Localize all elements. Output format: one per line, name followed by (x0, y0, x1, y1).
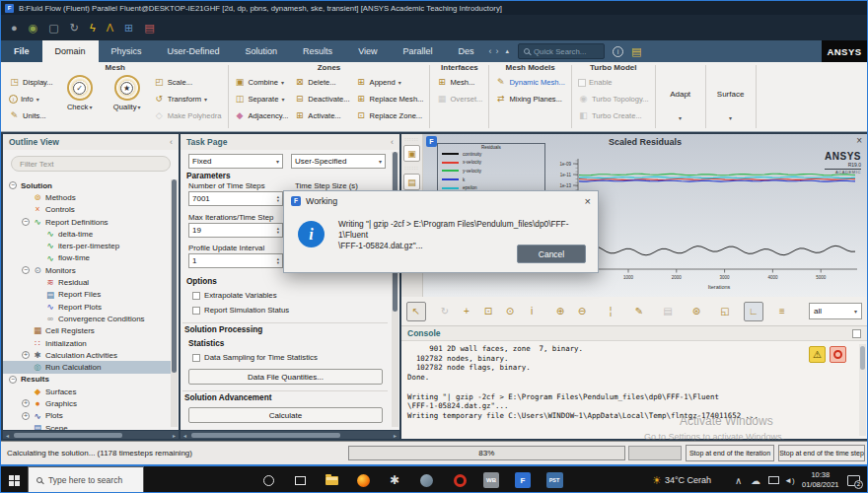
edge-icon[interactable] (413, 466, 439, 493)
orbit-icon[interactable]: ⊛ (687, 302, 706, 321)
tree-item-residual[interactable]: ≋Residual (3, 276, 171, 288)
tree-item-graphics[interactable]: +●Graphics (3, 397, 171, 409)
file-explorer-icon[interactable] (319, 466, 344, 493)
spinner-icons[interactable]: ▴▾ (277, 257, 279, 264)
stop-icon[interactable] (830, 346, 846, 363)
scrollbar-thumb[interactable] (860, 346, 865, 370)
outline-vertical-scrollbar[interactable] (171, 179, 178, 427)
console-menu-icon[interactable] (852, 329, 861, 338)
tree-item-calculation-activities[interactable]: +✱Calculation Activities (3, 349, 171, 361)
task-view-icon[interactable] (287, 466, 313, 493)
tree-item-solution[interactable]: −Solution (3, 179, 171, 191)
sync-icon[interactable]: ↻ (70, 23, 79, 34)
tab-overflow-right-icon[interactable]: › (494, 46, 501, 56)
ribbon-item-combine[interactable]: ▣Combine▾ (233, 74, 291, 91)
tree-item-initialization[interactable]: ∷Initialization (3, 337, 171, 349)
stop-iteration-button[interactable]: Stop at end of the iteration (686, 445, 774, 461)
tree-item-monitors[interactable]: −⊙Monitors (3, 264, 171, 276)
fluent-icon[interactable]: F (510, 466, 536, 493)
tab-physics[interactable]: Physics (99, 40, 155, 62)
quick-search-input[interactable]: Quick Search... (518, 43, 605, 59)
task-page-horizontal-scrollbar[interactable]: ◂ ▸ (181, 431, 399, 439)
ribbon-item-scale[interactable]: ◰Scale... (152, 74, 224, 91)
ribbon-item-replace-mesh[interactable]: ⊞Replace Mesh... (354, 91, 426, 107)
tree-item-results[interactable]: −Results (3, 374, 171, 386)
tab-user-defined[interactable]: User-Defined (155, 40, 233, 62)
ribbon-item-delete[interactable]: ⊠Delete... (292, 74, 351, 91)
tab-domain[interactable]: Domain (42, 40, 99, 62)
scroll-right-icon[interactable]: ▸ (170, 432, 179, 439)
clock-tray-item[interactable]: 10:38 01/08/2021 (802, 466, 839, 493)
max-iterations-input[interactable]: 19 ▴▾ (188, 223, 283, 238)
dialog-title-bar[interactable]: F Working × (284, 191, 598, 210)
magnify-icon[interactable]: ⊙ (500, 302, 520, 321)
time-stepping-method-dropdown[interactable]: Fixed▾ (188, 154, 283, 169)
ribbon-item-dynamic-mesh[interactable]: ✎Dynamic Mesh... (493, 74, 567, 91)
onedrive-cloud-icon[interactable]: ☁ (751, 466, 760, 493)
ribbon-item-activate[interactable]: ⊞Activate... (292, 107, 351, 124)
ribbon-item-mixing-planes[interactable]: ⇄Mixing Planes... (493, 91, 567, 107)
cortana-icon[interactable] (255, 466, 281, 493)
package-icon[interactable]: ▢ (48, 23, 58, 34)
tree-item-surfaces[interactable]: ◆Surfaces (3, 386, 171, 397)
tree-item-delta-time[interactable]: ∿delta-time (3, 228, 171, 240)
collapse-icon[interactable]: − (20, 218, 32, 226)
data-file-quantities-button[interactable]: Data File Quantities... (188, 369, 383, 385)
expand-icon[interactable]: + (20, 351, 32, 359)
ribbon-item-units[interactable]: ✎Units... (7, 107, 55, 124)
scrollbar-thumb[interactable] (191, 433, 340, 438)
task-page-collapse-icon[interactable]: ‹ (391, 137, 394, 147)
taskbar-search-input[interactable]: Type here to search (28, 466, 144, 493)
ribbon-item-deactivate[interactable]: ⊟Deactivate... (292, 91, 351, 107)
tree-item-report-definitions[interactable]: −∿Report Definitions (3, 216, 171, 228)
bolt-icon[interactable]: ϟ (90, 23, 96, 34)
sphere-icon[interactable]: ● (11, 23, 18, 34)
weather-tray-item[interactable]: ☀ 34°C Cerah (652, 466, 711, 493)
ribbon-item-adapt[interactable]: Adapt▾ (660, 74, 701, 129)
volume-icon[interactable]: ◄) (784, 466, 795, 493)
pointer-icon[interactable]: ↖ (406, 302, 426, 321)
tab-des[interactable]: Des (446, 40, 487, 62)
ribbon-item-info[interactable]: iInfo▾ (7, 91, 55, 107)
collapse-icon[interactable]: − (20, 266, 32, 274)
firefox-icon[interactable] (350, 466, 376, 493)
tab-results[interactable]: Results (290, 40, 345, 62)
probe-icon[interactable]: i (522, 302, 542, 321)
tab-view[interactable]: View (345, 40, 390, 62)
scroll-left-icon[interactable]: ◂ (3, 432, 12, 439)
zoom-out-icon[interactable]: ⊖ (572, 302, 592, 321)
zoom-in-icon[interactable]: ⊕ (550, 302, 570, 321)
outline-collapse-icon[interactable]: ‹ (170, 137, 173, 147)
zoom-box-icon[interactable]: ⊡ (478, 302, 498, 321)
tree-item-scene[interactable]: ▤Scene (3, 422, 171, 430)
marker-icon[interactable]: ✎ (629, 302, 649, 321)
ribbon-item-mesh[interactable]: ⊞Mesh... (434, 74, 484, 91)
perspective-icon[interactable]: ◱ (715, 302, 735, 321)
calculate-button[interactable]: Calculate (188, 407, 383, 423)
pan-icon[interactable]: + (457, 302, 476, 321)
filter-text-input[interactable]: Filter Text (11, 156, 171, 172)
tab-overflow-left-icon[interactable]: ‹ (487, 46, 494, 56)
tree-item-convergence-conditions[interactable]: ∞Convergence Conditions (3, 313, 171, 324)
settings-icon[interactable]: ✱ (382, 466, 407, 493)
ribbon-item-display[interactable]: ◳Display... (7, 74, 55, 91)
expand-icon[interactable]: + (20, 399, 32, 407)
tab-parallel[interactable]: Parallel (390, 40, 445, 62)
outline-horizontal-scrollbar[interactable]: ◂ ▸ (3, 431, 179, 439)
journal-icon[interactable]: ▤ (631, 45, 641, 58)
report-simulation-status-checkbox[interactable]: Report Simulation Status (192, 306, 289, 315)
ribbon-item-adjacency[interactable]: ◆Adjacency... (233, 107, 291, 124)
tree-item-report-files[interactable]: ▤Report Files (3, 289, 171, 301)
tree-item-controls[interactable]: ×Controls (3, 204, 171, 216)
pin-icon[interactable]: ¦ (601, 302, 620, 321)
display-icon[interactable] (768, 466, 779, 493)
tab-solution[interactable]: Solution (233, 40, 291, 62)
scrollbar-thumb[interactable] (172, 179, 177, 373)
tree-item-cell-registers[interactable]: ▦Cell Registers (3, 325, 171, 337)
ribbon-item-transform[interactable]: ↺Transform▾ (152, 91, 224, 107)
tree-item-run-calculation[interactable]: ◎Run Calculation (3, 361, 171, 373)
ribbon-item-separate[interactable]: ◫Separate▾ (233, 91, 291, 107)
title-bar[interactable]: F B:Fluid Flow (Fluent) Parallel Fluent@… (1, 1, 867, 15)
axes-icon[interactable]: ∟ (744, 302, 763, 321)
scroll-right-icon[interactable]: ▸ (391, 432, 399, 439)
